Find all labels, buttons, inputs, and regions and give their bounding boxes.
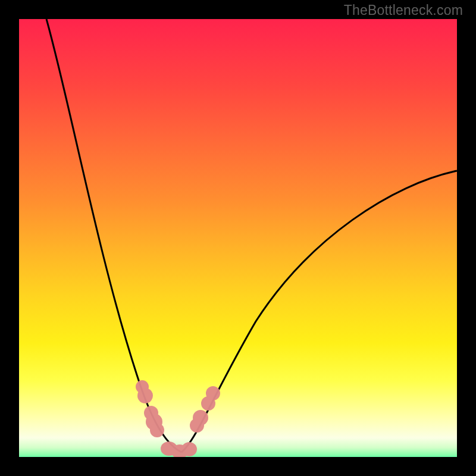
frame-bottom <box>0 457 476 476</box>
background-gradient <box>0 0 476 476</box>
chart-root: TheBottleneck.com <box>0 0 476 476</box>
frame-right <box>457 0 476 476</box>
watermark-text: TheBottleneck.com <box>344 2 463 18</box>
frame-left <box>0 0 19 476</box>
